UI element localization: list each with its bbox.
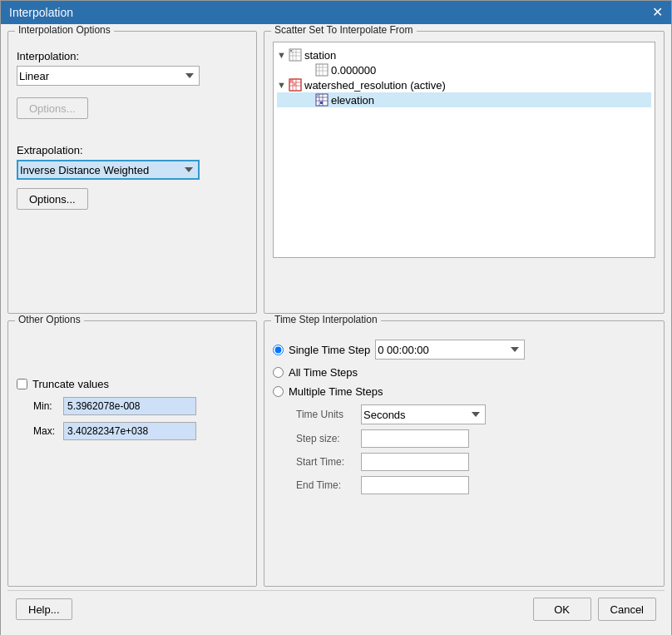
end-time-row: End Time: (296, 476, 655, 494)
watershed-label: watershed_resolution (active) (304, 79, 446, 92)
min-input[interactable] (63, 397, 196, 415)
cancel-button[interactable]: Cancel (598, 598, 656, 621)
max-label: Max: (33, 425, 57, 437)
min-row: Min: (33, 397, 248, 415)
scatter-tree: ▼ station (273, 42, 655, 258)
svg-rect-6 (316, 64, 328, 76)
timestep-select[interactable]: 0 00:00:00 (375, 340, 525, 360)
footer: Help... OK Cancel (7, 590, 665, 629)
truncate-checkbox[interactable] (17, 379, 27, 389)
tree-item-watershed[interactable]: ▼ (277, 77, 651, 92)
footer-right: OK Cancel (533, 598, 656, 621)
station-icon (289, 48, 302, 62)
tree-item-elevation[interactable]: elevation (277, 92, 651, 107)
extrapolation-select[interactable]: Inverse Distance Weighted (17, 160, 200, 180)
interpolation-options-group: Interpolation Options Interpolation: Lin… (7, 31, 257, 314)
time-units-select[interactable]: Seconds Minutes Hours Days (361, 404, 486, 424)
single-timestep-label[interactable]: Single Time Step (289, 344, 370, 356)
time-units-label: Time Units (296, 409, 354, 420)
interp-select-wrapper: Linear (17, 66, 200, 86)
expand-station: ▼ (277, 50, 289, 60)
scatter-set-group: Scatter Set To Interpolate From ▼ (264, 31, 665, 314)
all-timestep-row: All Time Steps (273, 366, 655, 379)
other-options-label: Other Options (15, 314, 84, 325)
extrap-label: Extrapolation: (17, 144, 248, 156)
svg-rect-17 (290, 80, 293, 82)
start-time-row: Start Time: (296, 453, 655, 471)
multiple-timestep-label[interactable]: Multiple Time Steps (289, 385, 383, 398)
value-label: 0.000000 (331, 64, 376, 77)
station-label: station (304, 49, 336, 62)
min-label: Min: (33, 400, 57, 412)
close-button[interactable]: ✕ (652, 6, 663, 19)
all-timestep-radio[interactable] (273, 367, 284, 378)
dialog-body: Interpolation Options Interpolation: Lin… (1, 24, 671, 635)
tree-item-value[interactable]: 0.000000 (277, 62, 651, 77)
start-time-input[interactable] (361, 453, 469, 471)
extrap-options-button[interactable]: Options... (17, 188, 88, 210)
step-size-row: Step size: (296, 429, 655, 448)
interpolation-select[interactable]: Linear (17, 66, 200, 86)
extrap-select-wrapper: Inverse Distance Weighted (17, 160, 200, 180)
value-icon (315, 63, 329, 77)
elevation-label: elevation (331, 94, 374, 107)
svg-rect-5 (290, 50, 292, 52)
top-row: Interpolation Options Interpolation: Lin… (7, 31, 665, 314)
timestep-label: Time Step Interpolation (271, 314, 381, 325)
other-options-group: Other Options Truncate values Min: Max: (7, 320, 257, 587)
single-timestep-row: Single Time Step 0 00:00:00 (273, 340, 655, 360)
expand-watershed: ▼ (277, 80, 289, 90)
multiple-timestep-radio[interactable] (273, 386, 284, 397)
interpolation-dialog: Interpolation ✕ Interpolation Options In… (0, 0, 672, 635)
end-time-label: End Time: (296, 479, 354, 491)
end-time-input[interactable] (361, 476, 469, 494)
bottom-row: Other Options Truncate values Min: Max: … (7, 320, 665, 587)
ok-button[interactable]: OK (533, 598, 591, 621)
interp-options-button[interactable]: Options... (17, 97, 88, 119)
all-timestep-label[interactable]: All Time Steps (289, 366, 358, 379)
step-size-input[interactable] (361, 429, 469, 448)
svg-rect-25 (320, 102, 323, 104)
svg-rect-18 (294, 83, 296, 86)
step-size-label: Step size: (296, 433, 354, 444)
time-units-row: Time Units Seconds Minutes Hours Days (296, 404, 655, 424)
watershed-icon (289, 78, 302, 92)
multiple-timestep-row: Multiple Time Steps (273, 385, 655, 398)
interpolation-options-label: Interpolation Options (15, 24, 114, 36)
start-time-label: Start Time: (296, 456, 354, 468)
help-button[interactable]: Help... (16, 598, 72, 620)
max-row: Max: (33, 422, 248, 440)
max-input[interactable] (63, 422, 196, 440)
single-timestep-radio[interactable] (273, 345, 284, 355)
extrapolation-section: Extrapolation: Inverse Distance Weighted… (17, 144, 248, 210)
title-bar: Interpolation ✕ (1, 1, 671, 24)
tree-item-station[interactable]: ▼ station (277, 47, 651, 62)
truncate-label[interactable]: Truncate values (32, 378, 109, 390)
truncate-row: Truncate values (17, 378, 248, 390)
scatter-set-label: Scatter Set To Interpolate From (271, 24, 417, 36)
timestep-group: Time Step Interpolation Single Time Step… (264, 320, 665, 587)
elevation-icon (315, 93, 329, 107)
svg-rect-24 (317, 95, 319, 97)
interp-label: Interpolation: (17, 50, 248, 62)
dialog-title: Interpolation (9, 6, 73, 19)
